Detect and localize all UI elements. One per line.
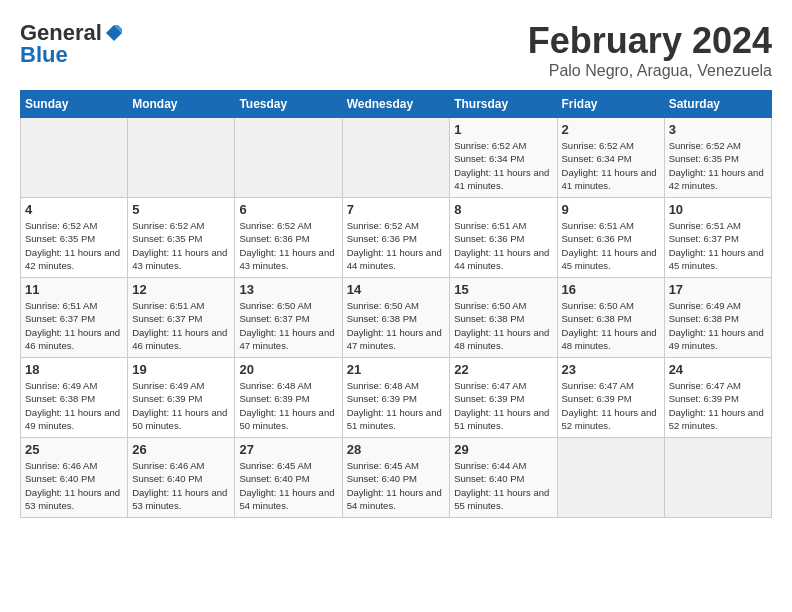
day-header-wednesday: Wednesday (342, 91, 450, 118)
day-number: 18 (25, 362, 123, 377)
day-number: 8 (454, 202, 552, 217)
day-info: Sunrise: 6:50 AM Sunset: 6:38 PM Dayligh… (347, 299, 446, 352)
day-number: 15 (454, 282, 552, 297)
day-number: 2 (562, 122, 660, 137)
calendar-body: 1Sunrise: 6:52 AM Sunset: 6:34 PM Daylig… (21, 118, 772, 518)
calendar-cell: 28Sunrise: 6:45 AM Sunset: 6:40 PM Dayli… (342, 438, 450, 518)
calendar-cell: 20Sunrise: 6:48 AM Sunset: 6:39 PM Dayli… (235, 358, 342, 438)
calendar-cell (235, 118, 342, 198)
day-info: Sunrise: 6:45 AM Sunset: 6:40 PM Dayligh… (239, 459, 337, 512)
day-number: 3 (669, 122, 767, 137)
day-info: Sunrise: 6:51 AM Sunset: 6:37 PM Dayligh… (669, 219, 767, 272)
calendar-cell: 26Sunrise: 6:46 AM Sunset: 6:40 PM Dayli… (128, 438, 235, 518)
calendar-cell: 17Sunrise: 6:49 AM Sunset: 6:38 PM Dayli… (664, 278, 771, 358)
day-info: Sunrise: 6:46 AM Sunset: 6:40 PM Dayligh… (132, 459, 230, 512)
calendar-cell: 22Sunrise: 6:47 AM Sunset: 6:39 PM Dayli… (450, 358, 557, 438)
logo-blue: Blue (20, 42, 68, 68)
calendar-cell: 29Sunrise: 6:44 AM Sunset: 6:40 PM Dayli… (450, 438, 557, 518)
day-info: Sunrise: 6:47 AM Sunset: 6:39 PM Dayligh… (669, 379, 767, 432)
day-info: Sunrise: 6:50 AM Sunset: 6:38 PM Dayligh… (562, 299, 660, 352)
day-info: Sunrise: 6:47 AM Sunset: 6:39 PM Dayligh… (454, 379, 552, 432)
calendar-cell: 11Sunrise: 6:51 AM Sunset: 6:37 PM Dayli… (21, 278, 128, 358)
day-header-tuesday: Tuesday (235, 91, 342, 118)
day-info: Sunrise: 6:48 AM Sunset: 6:39 PM Dayligh… (347, 379, 446, 432)
calendar-header-row: SundayMondayTuesdayWednesdayThursdayFrid… (21, 91, 772, 118)
day-number: 29 (454, 442, 552, 457)
day-number: 16 (562, 282, 660, 297)
calendar-cell (21, 118, 128, 198)
day-number: 22 (454, 362, 552, 377)
day-header-thursday: Thursday (450, 91, 557, 118)
day-info: Sunrise: 6:50 AM Sunset: 6:37 PM Dayligh… (239, 299, 337, 352)
day-info: Sunrise: 6:52 AM Sunset: 6:36 PM Dayligh… (347, 219, 446, 272)
day-number: 5 (132, 202, 230, 217)
calendar-cell: 13Sunrise: 6:50 AM Sunset: 6:37 PM Dayli… (235, 278, 342, 358)
day-number: 4 (25, 202, 123, 217)
calendar-cell (128, 118, 235, 198)
day-info: Sunrise: 6:49 AM Sunset: 6:38 PM Dayligh… (669, 299, 767, 352)
calendar-cell: 24Sunrise: 6:47 AM Sunset: 6:39 PM Dayli… (664, 358, 771, 438)
day-info: Sunrise: 6:50 AM Sunset: 6:38 PM Dayligh… (454, 299, 552, 352)
calendar-cell: 21Sunrise: 6:48 AM Sunset: 6:39 PM Dayli… (342, 358, 450, 438)
calendar-table: SundayMondayTuesdayWednesdayThursdayFrid… (20, 90, 772, 518)
day-number: 19 (132, 362, 230, 377)
page-header: General Blue February 2024 Palo Negro, A… (20, 20, 772, 80)
calendar-cell: 15Sunrise: 6:50 AM Sunset: 6:38 PM Dayli… (450, 278, 557, 358)
calendar-cell: 16Sunrise: 6:50 AM Sunset: 6:38 PM Dayli… (557, 278, 664, 358)
week-row-4: 18Sunrise: 6:49 AM Sunset: 6:38 PM Dayli… (21, 358, 772, 438)
day-number: 12 (132, 282, 230, 297)
week-row-3: 11Sunrise: 6:51 AM Sunset: 6:37 PM Dayli… (21, 278, 772, 358)
week-row-2: 4Sunrise: 6:52 AM Sunset: 6:35 PM Daylig… (21, 198, 772, 278)
day-number: 11 (25, 282, 123, 297)
day-header-saturday: Saturday (664, 91, 771, 118)
day-info: Sunrise: 6:49 AM Sunset: 6:39 PM Dayligh… (132, 379, 230, 432)
day-number: 23 (562, 362, 660, 377)
calendar-cell: 5Sunrise: 6:52 AM Sunset: 6:35 PM Daylig… (128, 198, 235, 278)
day-info: Sunrise: 6:52 AM Sunset: 6:34 PM Dayligh… (562, 139, 660, 192)
day-number: 1 (454, 122, 552, 137)
day-info: Sunrise: 6:45 AM Sunset: 6:40 PM Dayligh… (347, 459, 446, 512)
day-number: 26 (132, 442, 230, 457)
day-info: Sunrise: 6:51 AM Sunset: 6:36 PM Dayligh… (454, 219, 552, 272)
day-header-friday: Friday (557, 91, 664, 118)
calendar-cell: 1Sunrise: 6:52 AM Sunset: 6:34 PM Daylig… (450, 118, 557, 198)
calendar-cell: 7Sunrise: 6:52 AM Sunset: 6:36 PM Daylig… (342, 198, 450, 278)
calendar-cell: 27Sunrise: 6:45 AM Sunset: 6:40 PM Dayli… (235, 438, 342, 518)
month-title: February 2024 (528, 20, 772, 62)
day-info: Sunrise: 6:48 AM Sunset: 6:39 PM Dayligh… (239, 379, 337, 432)
logo-icon (104, 23, 124, 43)
calendar-cell: 9Sunrise: 6:51 AM Sunset: 6:36 PM Daylig… (557, 198, 664, 278)
day-number: 10 (669, 202, 767, 217)
day-number: 7 (347, 202, 446, 217)
calendar-cell: 2Sunrise: 6:52 AM Sunset: 6:34 PM Daylig… (557, 118, 664, 198)
day-number: 17 (669, 282, 767, 297)
calendar-cell: 8Sunrise: 6:51 AM Sunset: 6:36 PM Daylig… (450, 198, 557, 278)
day-info: Sunrise: 6:52 AM Sunset: 6:35 PM Dayligh… (25, 219, 123, 272)
day-info: Sunrise: 6:51 AM Sunset: 6:36 PM Dayligh… (562, 219, 660, 272)
calendar-cell (342, 118, 450, 198)
calendar-cell: 23Sunrise: 6:47 AM Sunset: 6:39 PM Dayli… (557, 358, 664, 438)
day-number: 28 (347, 442, 446, 457)
calendar-cell: 12Sunrise: 6:51 AM Sunset: 6:37 PM Dayli… (128, 278, 235, 358)
week-row-1: 1Sunrise: 6:52 AM Sunset: 6:34 PM Daylig… (21, 118, 772, 198)
day-number: 21 (347, 362, 446, 377)
day-number: 25 (25, 442, 123, 457)
calendar-cell: 18Sunrise: 6:49 AM Sunset: 6:38 PM Dayli… (21, 358, 128, 438)
calendar-cell (557, 438, 664, 518)
day-info: Sunrise: 6:51 AM Sunset: 6:37 PM Dayligh… (132, 299, 230, 352)
calendar-cell: 4Sunrise: 6:52 AM Sunset: 6:35 PM Daylig… (21, 198, 128, 278)
day-number: 14 (347, 282, 446, 297)
day-info: Sunrise: 6:52 AM Sunset: 6:34 PM Dayligh… (454, 139, 552, 192)
day-number: 13 (239, 282, 337, 297)
day-info: Sunrise: 6:52 AM Sunset: 6:36 PM Dayligh… (239, 219, 337, 272)
calendar-cell: 19Sunrise: 6:49 AM Sunset: 6:39 PM Dayli… (128, 358, 235, 438)
logo: General Blue (20, 20, 124, 68)
title-area: February 2024 Palo Negro, Aragua, Venezu… (528, 20, 772, 80)
day-info: Sunrise: 6:44 AM Sunset: 6:40 PM Dayligh… (454, 459, 552, 512)
calendar-cell: 10Sunrise: 6:51 AM Sunset: 6:37 PM Dayli… (664, 198, 771, 278)
day-info: Sunrise: 6:52 AM Sunset: 6:35 PM Dayligh… (669, 139, 767, 192)
day-number: 24 (669, 362, 767, 377)
calendar-cell: 25Sunrise: 6:46 AM Sunset: 6:40 PM Dayli… (21, 438, 128, 518)
day-info: Sunrise: 6:46 AM Sunset: 6:40 PM Dayligh… (25, 459, 123, 512)
day-info: Sunrise: 6:51 AM Sunset: 6:37 PM Dayligh… (25, 299, 123, 352)
